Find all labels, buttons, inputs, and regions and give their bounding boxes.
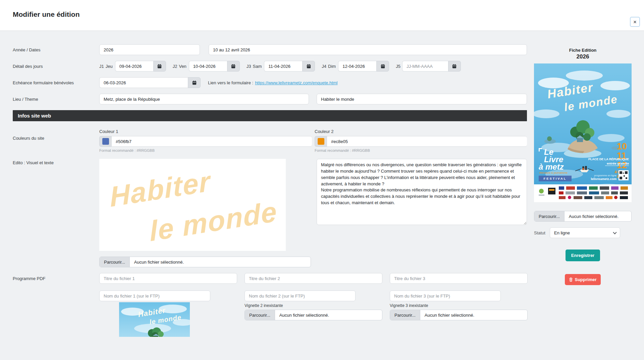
svg-text:entrée gratuite: entrée gratuite: [607, 162, 629, 165]
formulaire-link-label: Lien vers le formulaire :: [208, 80, 253, 85]
vignette-2-missing-text: Vignette 2 inexistante: [245, 303, 382, 308]
couleur-2-helper: Format recommandé : #RRGGBB: [315, 148, 527, 152]
statut-label: Statut: [534, 230, 545, 235]
calendar-icon[interactable]: [302, 61, 315, 72]
day-date-input[interactable]: [402, 61, 448, 72]
titre-fichier-1-input[interactable]: [99, 273, 237, 284]
browse-button[interactable]: Parcourir...: [390, 310, 420, 320]
color-swatch-icon: [102, 138, 109, 145]
browse-button[interactable]: Parcourir...: [245, 310, 275, 320]
svg-text:programme en ligne: programme en ligne: [594, 174, 616, 177]
couleur-1-swatch[interactable]: [99, 136, 111, 147]
day-code: J4: [322, 64, 326, 69]
couleur-2-input[interactable]: [327, 136, 527, 147]
partner-logos: [534, 184, 632, 202]
browse-button[interactable]: Parcourir...: [100, 257, 130, 267]
day-group-j4: J4 Dim: [322, 61, 389, 72]
day-name: Ven: [179, 64, 186, 69]
day-group-j2: J2 Ven: [173, 61, 240, 72]
calendar-icon[interactable]: [188, 77, 201, 88]
svg-text:PLACE DE LA RÉPUBLIQUE: PLACE DE LA RÉPUBLIQUE: [588, 158, 629, 161]
vignette-3-file-input[interactable]: Parcourir... Aucun fichier sélectionné.: [390, 310, 528, 320]
vignette-1-thumbnail: Habiter le monde: [119, 302, 190, 337]
calendar-icon[interactable]: [227, 61, 240, 72]
calendar-icon[interactable]: [376, 61, 389, 72]
browse-button[interactable]: Parcourir...: [534, 211, 565, 221]
formulaire-link[interactable]: https://www.lelivreametz.com/enquete.htm…: [255, 80, 337, 85]
lieu-theme-label: Lieu / Theme: [13, 97, 99, 102]
row-lieu-theme: Lieu / Theme: [13, 94, 527, 104]
file-status: Aucun fichier sélectionné.: [130, 257, 188, 267]
day-name: Sam: [253, 64, 262, 69]
day-group-j1: J1 Jeu: [99, 61, 166, 72]
svg-text:lelivreametz.com: lelivreametz.com: [591, 177, 616, 181]
dates-input[interactable]: [209, 44, 527, 55]
pdf-col-1: Habiter le monde: [99, 273, 237, 337]
couleur-2-swatch[interactable]: [315, 136, 327, 147]
fiche-edition-panel: Fiche Edition 2026 Habiter le monde: [534, 44, 632, 343]
lieu-input[interactable]: [99, 94, 309, 104]
vignette-2-file-input[interactable]: Parcourir... Aucun fichier sélectionné.: [245, 310, 382, 320]
couleur-2-block: Couleur 2 Format recommandé : #RRGGBB: [315, 129, 527, 152]
annee-dates-label: Année / Dates: [13, 47, 99, 52]
day-name: Jeu: [106, 64, 113, 69]
section-header-infos-site-web: Infos site web: [13, 110, 527, 121]
nom-fichier-2-input[interactable]: [245, 290, 356, 301]
edito-visual-block: Habiter le monde Parcourir... Aucun fich…: [99, 159, 311, 267]
row-programme-pdf: Programme PDF Habiter le monde: [13, 273, 527, 337]
row-echeance: Echéance formulaire bénévoles Lien vers …: [13, 77, 527, 88]
titre-fichier-3-input[interactable]: [390, 273, 528, 284]
file-status: Aucun fichier sélectionné.: [275, 310, 333, 320]
calendar-icon[interactable]: [448, 61, 461, 72]
couleur-1-helper: Format recommandé : #RRGGBB: [99, 148, 312, 152]
fiche-edition-year: 2026: [534, 53, 632, 60]
affiche-file-input[interactable]: Parcourir... Aucun fichier sélectionné.: [534, 211, 632, 222]
delete-button[interactable]: Supprimer: [565, 274, 600, 285]
statut-select[interactable]: En ligne: [550, 227, 620, 238]
svg-text:10: 10: [617, 141, 627, 151]
day-date-input[interactable]: [189, 61, 227, 72]
couleur-1-input[interactable]: [111, 136, 312, 147]
page-title: Modifier une édition: [13, 10, 80, 18]
titre-fichier-2-input[interactable]: [245, 273, 382, 284]
echeance-label: Echéance formulaire bénévoles: [13, 80, 99, 85]
theme-input[interactable]: [317, 94, 527, 104]
edito-textarea[interactable]: Malgré nos différences ou nos divergence…: [317, 159, 527, 225]
day-group-j3: J3 Sam: [247, 61, 315, 72]
edito-visual-text: Habiter: [109, 165, 211, 214]
couleur-1-block: Couleur 1 Format recommandé : #RRGGBB: [99, 129, 312, 152]
day-date-input[interactable]: [115, 61, 153, 72]
file-status: Aucun fichier sélectionné.: [420, 310, 479, 320]
nom-fichier-1-input[interactable]: [99, 290, 210, 301]
fiche-edition-label: Fiche Edition: [534, 48, 632, 53]
couleur-1-label: Couleur 1: [99, 129, 312, 134]
day-group-j5: J5: [396, 61, 461, 72]
row-couleurs: Couleurs du site Couleur 1 Format recomm…: [13, 129, 527, 152]
modal-header: Modifier une édition ×: [0, 0, 644, 31]
day-date-input[interactable]: [338, 61, 376, 72]
pdf-col-3: Vignette 3 inexistante Parcourir... Aucu…: [390, 273, 528, 337]
close-icon[interactable]: ×: [630, 17, 640, 27]
file-status: Aucun fichier sélectionné.: [565, 211, 623, 221]
vignette-3-missing-text: Vignette 3 inexistante: [390, 303, 528, 308]
day-name: Dim: [328, 64, 336, 69]
day-date-input[interactable]: [264, 61, 302, 72]
row-edito: Edito : Visuel et texte Habiter le monde…: [13, 159, 527, 267]
trash-icon: [569, 277, 573, 282]
statut-row: Statut En ligne: [534, 227, 632, 238]
day-code: J2: [173, 64, 177, 69]
echeance-date-input[interactable]: [99, 77, 188, 88]
annee-input[interactable]: [99, 44, 200, 55]
color-swatch-icon: [318, 138, 324, 145]
nom-fichier-3-input[interactable]: [390, 290, 501, 301]
edition-form: Année / Dates Détail des jours J1 Jeu J2…: [0, 31, 644, 343]
edito-file-input[interactable]: Parcourir... Aucun fichier sélectionné.: [99, 257, 311, 267]
save-button[interactable]: Enregistrer: [566, 250, 600, 261]
svg-text:FESTIVAL: FESTIVAL: [543, 177, 567, 180]
couleurs-label: Couleurs du site: [13, 136, 99, 141]
svg-text:littérature & journalisme: littérature & journalisme: [539, 171, 568, 174]
calendar-icon[interactable]: [153, 61, 166, 72]
row-detail-jours: Détail des jours J1 Jeu J2 Ven J3 Sam: [13, 61, 527, 72]
edito-visual-image: Habiter le monde: [99, 159, 286, 251]
detail-jours-label: Détail des jours: [13, 64, 99, 69]
